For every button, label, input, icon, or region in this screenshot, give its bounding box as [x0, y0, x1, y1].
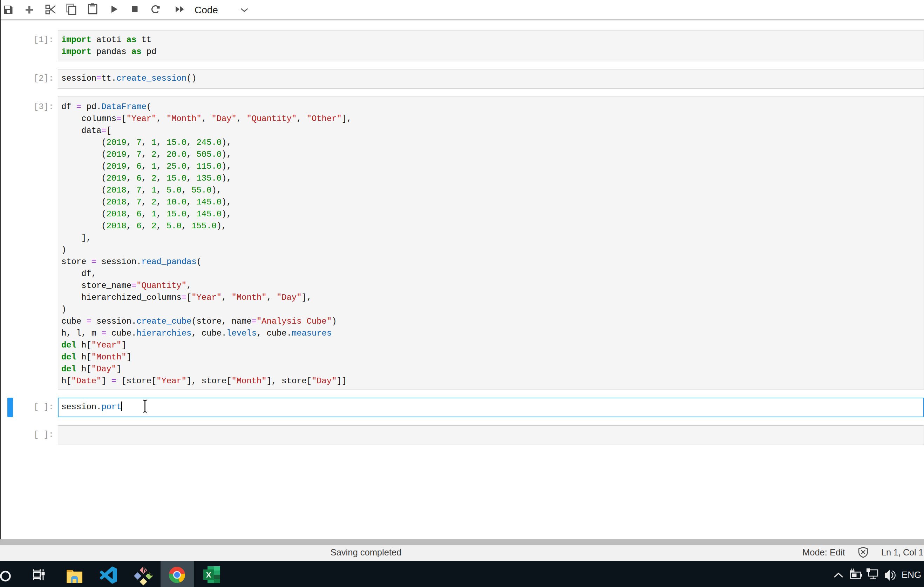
svg-text:X: X [206, 570, 211, 579]
